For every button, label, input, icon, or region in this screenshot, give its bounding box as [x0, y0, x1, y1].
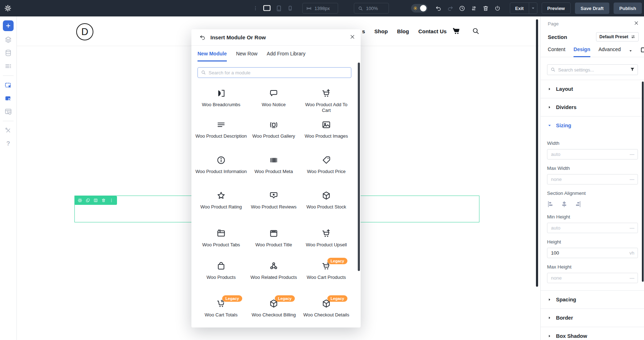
module-woo-product-add-to-cart[interactable]: Woo Product Add To Cart [300, 87, 352, 113]
site-logo[interactable]: D [76, 23, 93, 40]
module-woo-product-meta[interactable]: Woo Product Meta [248, 154, 300, 174]
power-icon[interactable] [494, 5, 501, 12]
module-woo-product-title[interactable]: Woo Product Title [248, 227, 300, 248]
module-woo-checkout-billing[interactable]: LegacyWoo Checkout Billing [248, 297, 300, 318]
responsive-desktop-icon[interactable] [640, 46, 644, 57]
search-icon[interactable] [472, 27, 480, 35]
desktop-view-icon[interactable] [263, 4, 271, 13]
modal-scrollbar[interactable] [358, 63, 360, 271]
tablet-view-icon[interactable] [275, 5, 283, 12]
accordion-sizing[interactable]: Sizing [541, 116, 644, 134]
min-height-input[interactable] [547, 223, 638, 233]
accordion-spacing[interactable]: Spacing [541, 290, 644, 309]
panel-tab-content[interactable]: Content [548, 46, 565, 57]
module-woo-product-price[interactable]: Woo Product Price [300, 154, 352, 174]
publish-button[interactable]: Publish [614, 3, 642, 14]
sidebar-item-tools[interactable] [3, 126, 14, 135]
accordion-label: Sizing [556, 123, 571, 128]
cart-icon[interactable] [452, 27, 461, 35]
module-woo-product-upsell[interactable]: Woo Product Upsell [300, 227, 352, 248]
module-woo-product-rating[interactable]: Woo Product Rating [195, 189, 247, 210]
exit-dropdown-caret[interactable] [529, 3, 537, 14]
field-label: Max Height [547, 264, 638, 270]
accordion-box-shadow[interactable]: Box Shadow [541, 327, 644, 340]
module-woo-product-description[interactable]: Woo Product Description [195, 119, 247, 139]
settings-gear-icon[interactable] [4, 5, 11, 12]
module-woo-cart-totals[interactable]: LegacyWoo Cart Totals [195, 297, 247, 318]
sidebar-item-add-module[interactable] [3, 20, 14, 31]
modal-tab-new-row[interactable]: New Row [236, 51, 258, 61]
module-woo-checkout-details[interactable]: LegacyWoo Checkout Details [300, 297, 352, 318]
section-columns-icon[interactable] [93, 198, 98, 203]
drag-handle-icon[interactable] [253, 5, 258, 11]
module-woo-related-products[interactable]: Woo Related Products [248, 260, 300, 280]
back-arrow-icon[interactable] [199, 34, 206, 41]
sidebar-item-wireframe-list[interactable] [3, 61, 14, 71]
filter-funnel-icon[interactable] [630, 67, 635, 72]
canvas-zoom-input[interactable]: 100% [354, 3, 389, 14]
module-woo-cart-products[interactable]: LegacyWoo Cart Products [300, 260, 352, 280]
module-search-input[interactable] [197, 67, 351, 78]
settings-search-input[interactable] [547, 64, 638, 75]
exit-button[interactable]: Exit [510, 3, 529, 14]
sidebar-item-insert-module[interactable] [3, 80, 14, 90]
module-woo-breadcrumbs[interactable]: Woo Breadcrumbs [195, 87, 247, 108]
accordion-border[interactable]: Border [541, 309, 644, 327]
legacy-badge: Legacy [327, 258, 347, 264]
module-woo-product-reviews[interactable]: Woo Product Reviews [248, 189, 300, 210]
module-woo-product-tabs[interactable]: Woo Product Tabs [195, 227, 247, 248]
section-gear-icon[interactable] [78, 198, 82, 203]
modal-tab-add-from-library[interactable]: Add From Library [267, 51, 306, 61]
sidebar-item-grid-view[interactable] [3, 107, 14, 116]
undo-icon[interactable] [435, 5, 442, 12]
module-grid: Woo BreadcrumbsWoo NoticeWoo Product Add… [191, 83, 361, 327]
section-trash-icon[interactable] [101, 198, 106, 203]
max-height-input[interactable] [547, 273, 638, 283]
align-left-icon[interactable] [547, 200, 555, 208]
redo-icon[interactable] [447, 5, 454, 12]
max-width-input[interactable] [547, 174, 638, 184]
panel-scrollbar[interactable] [642, 82, 644, 282]
builder-mode-toggle[interactable] [411, 4, 428, 13]
module-woo-product-stock[interactable]: Woo Product Stock [300, 189, 352, 210]
trash-icon[interactable] [482, 5, 489, 12]
canvas-width-input[interactable]: 1398px [302, 3, 338, 14]
preview-button[interactable]: Preview [542, 3, 571, 14]
module-woo-product-gallery[interactable]: Woo Product Gallery [248, 119, 300, 139]
sun-icon [413, 6, 418, 11]
canvas-scrollbar[interactable] [536, 19, 538, 287]
panel-close-icon[interactable] [634, 21, 639, 25]
module-woo-product-images[interactable]: Woo Product Images [300, 119, 352, 139]
history-clock-icon[interactable] [459, 5, 465, 12]
nav-item-shop[interactable]: Shop [374, 28, 388, 34]
width-input[interactable] [547, 149, 638, 159]
save-draft-button[interactable]: Save Draft [575, 3, 609, 14]
modal-tab-new-module[interactable]: New Module [197, 51, 227, 61]
accordion-layout[interactable]: Layout [541, 80, 644, 98]
sidebar-item-insert-module-active[interactable] [3, 94, 14, 103]
height-input[interactable] [547, 248, 638, 258]
module-woo-product-information[interactable]: Woo Product Information [195, 154, 247, 174]
align-center-icon[interactable] [560, 200, 568, 208]
responsive-caret-icon[interactable] [629, 49, 632, 57]
sort-arrows-icon[interactable] [470, 5, 477, 12]
nav-item-s[interactable]: s [362, 28, 365, 34]
site-logo-letter: D [81, 26, 88, 38]
module-woo-notice[interactable]: Woo Notice [248, 87, 300, 108]
sidebar-item-help[interactable]: ? [3, 139, 14, 148]
section-dots-v-icon[interactable] [109, 198, 114, 203]
phone-view-icon[interactable] [287, 5, 294, 12]
panel-tab-advanced[interactable]: Advanced [599, 46, 621, 57]
modal-close-icon[interactable] [350, 34, 355, 39]
nav-item-blog[interactable]: Blog [397, 28, 409, 34]
section-duplicate-icon[interactable] [86, 198, 90, 203]
nav-item-contact-us[interactable]: Contact Us [418, 28, 447, 34]
align-right-icon[interactable] [574, 200, 581, 208]
panel-tab-design[interactable]: Design [574, 46, 590, 57]
accordion-dividers[interactable]: Dividers [541, 98, 644, 116]
default-preset-button[interactable]: Default Preset [596, 32, 639, 41]
module-woo-products[interactable]: Woo Products [195, 260, 247, 280]
module-label: Woo Breadcrumbs [202, 102, 240, 108]
sidebar-item-page-structure[interactable] [3, 48, 14, 58]
sidebar-item-layers[interactable] [3, 35, 14, 44]
